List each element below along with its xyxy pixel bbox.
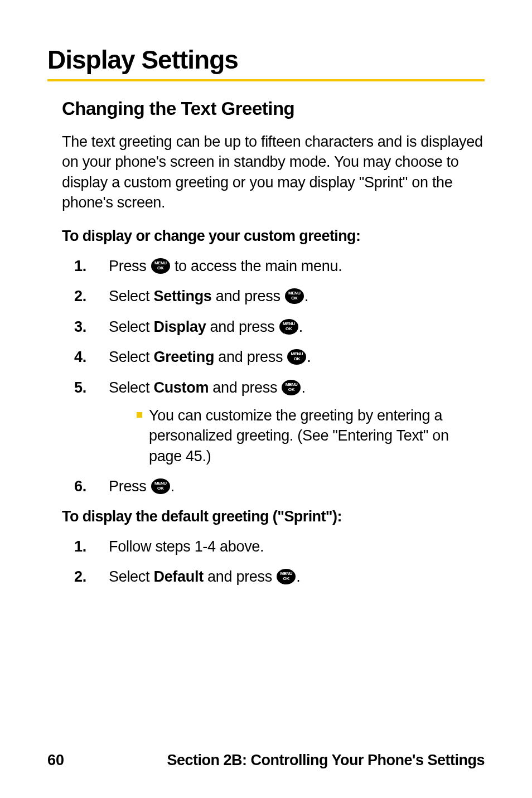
menu-ok-icon: MENUOK <box>151 478 170 494</box>
page-footer: 60 Section 2B: Controlling Your Phone's … <box>47 752 485 769</box>
icon-label-bottom: OK <box>277 577 296 581</box>
step-text-pre: Select <box>109 318 153 335</box>
step-1: 1. Press MENUOK to access the main menu. <box>74 256 485 276</box>
icon-label-bottom: OK <box>279 327 298 331</box>
page-title: Display Settings <box>47 45 485 75</box>
step-text-bold: Display <box>153 318 206 335</box>
icon-label-bottom: OK <box>285 296 304 301</box>
step-3: 3. Select Display and press MENUOK. <box>74 317 485 337</box>
sub-bullet-text: You can customize the greeting by enteri… <box>149 407 449 465</box>
menu-ok-icon: MENUOK <box>282 380 301 395</box>
step-text-mid: and press <box>206 318 278 335</box>
icon-label-top: MENU <box>151 261 170 265</box>
step-text-pre: Select <box>109 379 153 396</box>
content-block: Changing the Text Greeting The text gree… <box>47 98 485 587</box>
subheading: Changing the Text Greeting <box>62 98 485 119</box>
step-4: 4. Select Greeting and press MENUOK. <box>74 347 485 367</box>
step-text-post: . <box>301 379 305 396</box>
step-text-bold: Custom <box>153 379 209 396</box>
icon-label-bottom: OK <box>151 266 170 270</box>
step-text-pre: Select <box>109 349 153 365</box>
step-text-pre: Select <box>109 568 153 585</box>
step-text-pre: Press <box>109 478 151 495</box>
step-b2: 2. Select Default and press MENUOK. <box>74 567 485 587</box>
step-text-post: to access the main menu. <box>171 258 342 274</box>
step-text-post: . <box>304 288 308 304</box>
menu-ok-icon: MENUOK <box>285 288 304 304</box>
step-text-pre: Select <box>109 288 153 304</box>
icon-label-top: MENU <box>285 291 304 296</box>
menu-ok-icon: MENUOK <box>287 349 306 365</box>
title-rule <box>47 79 485 81</box>
footer-section-label: Section 2B: Controlling Your Phone's Set… <box>167 752 485 769</box>
steps-list-2: 1. Follow steps 1-4 above. 2. Select Def… <box>62 536 485 587</box>
step-text-post: . <box>299 318 303 335</box>
document-page: Display Settings Changing the Text Greet… <box>0 0 532 798</box>
menu-ok-icon: MENUOK <box>277 569 296 584</box>
sub-bullet-item: You can customize the greeting by enteri… <box>137 405 485 466</box>
icon-label-bottom: OK <box>151 486 170 491</box>
step-number: 5. <box>74 378 96 398</box>
instruction-title-1: To display or change your custom greetin… <box>62 228 485 245</box>
page-number: 60 <box>47 752 64 769</box>
icon-label-top: MENU <box>151 481 170 486</box>
step-text-post: . <box>171 478 175 495</box>
step-text-pre: Press <box>109 258 151 274</box>
step-text-mid: and press <box>212 288 284 304</box>
menu-ok-icon: MENUOK <box>151 258 170 274</box>
step-number: 6. <box>74 476 96 496</box>
bullet-icon <box>137 412 142 418</box>
icon-label-top: MENU <box>287 352 306 356</box>
step-text-mid: and press <box>204 568 276 585</box>
step-number: 2. <box>74 567 96 587</box>
step-text-mid: and press <box>209 379 281 396</box>
icon-label-top: MENU <box>279 322 298 326</box>
step-6: 6. Press MENUOK. <box>74 476 485 496</box>
icon-label-top: MENU <box>282 383 301 387</box>
icon-label-top: MENU <box>277 572 296 576</box>
step-text-bold: Settings <box>153 288 211 304</box>
icon-label-bottom: OK <box>282 388 301 392</box>
step-b1: 1. Follow steps 1-4 above. <box>74 536 485 557</box>
step-number: 1. <box>74 536 96 557</box>
step-text-post: . <box>296 568 300 585</box>
instruction-title-2: To display the default greeting ("Sprint… <box>62 508 485 525</box>
step-number: 4. <box>74 347 96 367</box>
step-text-post: . <box>307 349 311 365</box>
step-2: 2. Select Settings and press MENUOK. <box>74 286 485 306</box>
step-5: 5. Select Custom and press MENUOK. You c… <box>74 378 485 467</box>
step-number: 2. <box>74 286 96 306</box>
step-number: 1. <box>74 256 96 276</box>
step-text-bold: Default <box>153 568 203 585</box>
menu-ok-icon: MENUOK <box>279 319 298 335</box>
icon-label-bottom: OK <box>287 357 306 361</box>
intro-paragraph: The text greeting can be up to fifteen c… <box>62 132 485 213</box>
step-text-mid: and press <box>214 349 287 365</box>
step-text: Follow steps 1-4 above. <box>109 538 264 555</box>
step-number: 3. <box>74 317 96 337</box>
steps-list-1: 1. Press MENUOK to access the main menu.… <box>62 256 485 497</box>
sub-bullet-list: You can customize the greeting by enteri… <box>109 405 485 466</box>
step-text-bold: Greeting <box>153 349 214 365</box>
